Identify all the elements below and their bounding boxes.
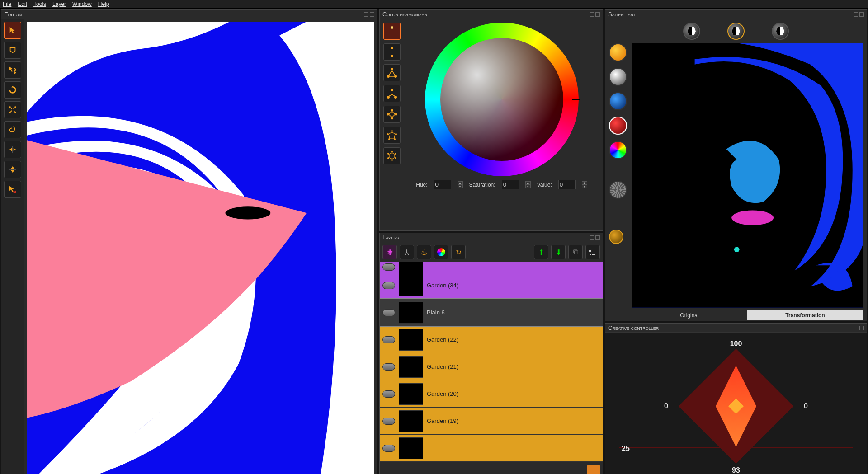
scale-tool[interactable] [4, 101, 21, 118]
rotate-tool[interactable] [4, 81, 21, 99]
color-grey-sphere[interactable] [609, 181, 627, 199]
svg-point-19 [394, 138, 396, 140]
salient-tab-transformation[interactable]: Transformation [747, 310, 863, 320]
harmony-mono-tool[interactable] [383, 23, 401, 40]
hue-down[interactable]: ▼ [458, 185, 463, 188]
svg-point-4 [391, 47, 393, 49]
layer-move-down[interactable]: ⬇ [551, 245, 566, 259]
visibility-toggle[interactable] [382, 336, 395, 343]
menu-window[interactable]: Window [72, 1, 92, 7]
delete-tool[interactable] [4, 181, 21, 198]
layer-row[interactable]: Garden (19) [380, 408, 603, 435]
layer-row[interactable]: Plain 6 [380, 299, 603, 326]
visibility-toggle[interactable] [382, 282, 395, 289]
layers-list[interactable]: Garden (34)Plain 6Garden (22)Garden (21)… [380, 262, 603, 462]
hue-up[interactable]: ▲ [458, 181, 463, 185]
layer-mode-mesh[interactable]: ✱ [382, 245, 397, 259]
swirl-tool[interactable] [4, 121, 21, 138]
panel-close-icon[interactable] [595, 235, 600, 240]
val-input[interactable] [558, 180, 576, 189]
visibility-toggle[interactable] [382, 363, 395, 371]
color-orange-sphere[interactable] [609, 43, 627, 61]
harmony-hexa-tool[interactable] [383, 147, 401, 164]
salient-mode-c-icon[interactable] [772, 23, 789, 40]
visibility-toggle[interactable] [382, 445, 395, 452]
layer-row[interactable]: Garden (34) [380, 272, 603, 299]
val-down[interactable]: ▼ [582, 185, 587, 188]
color-white-sphere[interactable] [609, 68, 627, 86]
menu-help[interactable]: Help [98, 1, 109, 7]
layer-name-label: Plain 6 [427, 309, 600, 316]
color-red-sphere[interactable] [609, 117, 627, 135]
panel-min-icon[interactable] [364, 12, 368, 17]
color-harmonizer-title: Color harmonizer [382, 11, 427, 18]
creative-controller-pad[interactable]: 100 0 0 93 25 [605, 333, 867, 474]
val-label: Value: [537, 182, 552, 188]
panel-close-icon[interactable] [595, 12, 600, 17]
harmony-complement-tool[interactable] [383, 43, 401, 61]
color-blue-sphere[interactable] [609, 92, 627, 110]
layer-thumbnail [399, 302, 423, 324]
panel-min-icon[interactable] [590, 235, 594, 240]
trash-icon[interactable] [587, 465, 600, 474]
color-harmonizer-panel: Color harmonizer [379, 9, 603, 231]
hue-input[interactable] [434, 180, 451, 189]
flip-h-tool[interactable] [4, 141, 21, 158]
panel-close-icon[interactable] [859, 12, 864, 17]
layer-row[interactable] [380, 435, 603, 462]
harmony-penta-tool[interactable] [383, 127, 401, 144]
cc-bottom-value: 93 [732, 466, 740, 474]
pointer-tool[interactable] [4, 22, 21, 39]
menu-layer[interactable]: Layer [52, 1, 66, 7]
cc-slider-value: 25 [622, 445, 630, 453]
flip-v-tool[interactable] [4, 161, 21, 178]
layer-thumbnail [399, 383, 423, 405]
sat-down[interactable]: ▼ [525, 185, 531, 188]
color-rainbow-sphere[interactable] [609, 141, 627, 159]
menu-file[interactable]: File [3, 1, 11, 7]
svg-point-30 [731, 211, 774, 225]
visibility-toggle[interactable] [382, 309, 395, 316]
salient-mode-a-icon[interactable] [683, 23, 700, 40]
layer-mode-merge[interactable]: ⅄ [400, 245, 414, 259]
panel-close-icon[interactable] [859, 326, 864, 330]
harmony-triad-tool[interactable] [383, 64, 401, 81]
layer-thumbnail [399, 410, 423, 432]
menu-edit[interactable]: Edit [18, 1, 27, 7]
val-up[interactable]: ▲ [582, 181, 587, 185]
menu-tools[interactable]: Tools [33, 1, 46, 7]
visibility-toggle[interactable] [382, 390, 395, 398]
refresh-sphere[interactable] [609, 230, 623, 244]
layer-duplicate[interactable]: ⧉ [568, 245, 583, 259]
layer-row[interactable] [380, 262, 603, 272]
lasso-tool[interactable] [4, 42, 21, 59]
layer-row[interactable]: Garden (22) [380, 326, 603, 353]
layer-mode-fx[interactable]: ♨ [417, 245, 431, 259]
panel-close-icon[interactable] [370, 12, 374, 17]
move-tool[interactable] [4, 61, 21, 79]
sat-up[interactable]: ▲ [525, 181, 531, 185]
hue-handle-icon[interactable] [572, 99, 580, 100]
panel-min-icon[interactable] [854, 326, 858, 330]
layer-thumbnail [399, 275, 423, 296]
salient-tab-original[interactable]: Original [632, 310, 747, 320]
cc-slider[interactable] [619, 447, 853, 448]
visibility-toggle[interactable] [382, 418, 395, 425]
panel-min-icon[interactable] [590, 12, 594, 17]
layer-mode-color[interactable] [434, 245, 448, 259]
salient-mode-b-icon[interactable] [727, 23, 745, 40]
visibility-toggle[interactable] [382, 263, 395, 271]
cc-left-value: 0 [664, 402, 668, 410]
layer-move-up[interactable]: ⬆ [534, 245, 548, 259]
layer-mode-rotate[interactable]: ↻ [451, 245, 466, 259]
layer-copy[interactable]: ⿻ [585, 245, 600, 259]
salient-preview[interactable] [632, 43, 863, 308]
panel-min-icon[interactable] [854, 12, 858, 17]
color-wheel[interactable] [425, 23, 579, 176]
sat-input[interactable] [502, 180, 519, 189]
harmony-split-tool[interactable] [383, 85, 401, 102]
harmony-square-tool[interactable] [383, 106, 401, 123]
layer-row[interactable]: Garden (21) [380, 353, 603, 380]
edition-canvas[interactable] [27, 22, 374, 474]
layer-row[interactable]: Garden (20) [380, 380, 603, 408]
